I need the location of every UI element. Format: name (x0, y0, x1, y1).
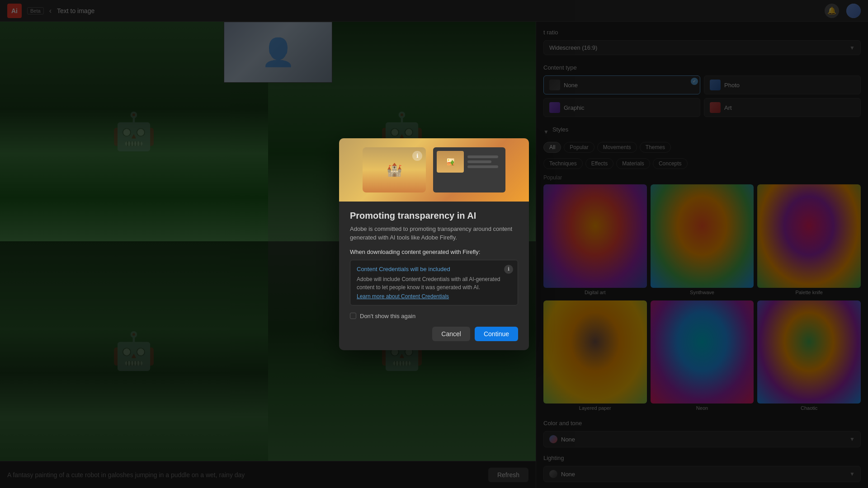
modal-body: Promoting transparency in AI Adobe is co… (339, 202, 529, 350)
modal-line-3 (467, 165, 498, 168)
modal-thumb-left: ℹ (363, 147, 426, 192)
modal-actions: Cancel Continue (350, 327, 518, 341)
modal-thumb-row: 🏜️ (437, 151, 502, 173)
modal-credentials-info-btn[interactable]: ℹ (504, 265, 513, 274)
modal-credentials-title: Content Credentials will be included (357, 266, 511, 272)
modal-continue-button[interactable]: Continue (475, 327, 518, 341)
modal-line-2 (467, 160, 491, 163)
modal-dont-show-checkbox[interactable] (350, 313, 356, 319)
modal-dialog: ℹ 🏜️ Promoting transparency in AI Adobe … (339, 138, 529, 350)
modal-description: Adobe is committed to promoting transpar… (350, 225, 518, 242)
modal-overlay[interactable]: ℹ 🏜️ Promoting transparency in AI Adobe … (0, 0, 868, 488)
modal-subtitle: When downloading content generated with … (350, 249, 518, 255)
modal-thumb-lines (467, 155, 502, 168)
modal-title: Promoting transparency in AI (350, 211, 518, 221)
modal-thumb-right-img: 🏜️ (437, 151, 464, 173)
modal-checkbox-row: Don't show this again (350, 313, 518, 319)
modal-credentials-link[interactable]: Learn more about Content Credentials (357, 293, 511, 300)
modal-header-info-icon: ℹ (412, 151, 422, 161)
modal-cancel-button[interactable]: Cancel (432, 327, 470, 341)
modal-line-1 (467, 155, 498, 158)
modal-credentials-box: Content Credentials will be included Ado… (350, 260, 518, 305)
modal-thumb-right: 🏜️ (433, 147, 505, 192)
modal-header-image: ℹ 🏜️ (339, 138, 529, 202)
modal-dont-show-label: Don't show this again (360, 313, 415, 319)
modal-credentials-desc: Adobe will include Content Credentials w… (357, 275, 511, 291)
